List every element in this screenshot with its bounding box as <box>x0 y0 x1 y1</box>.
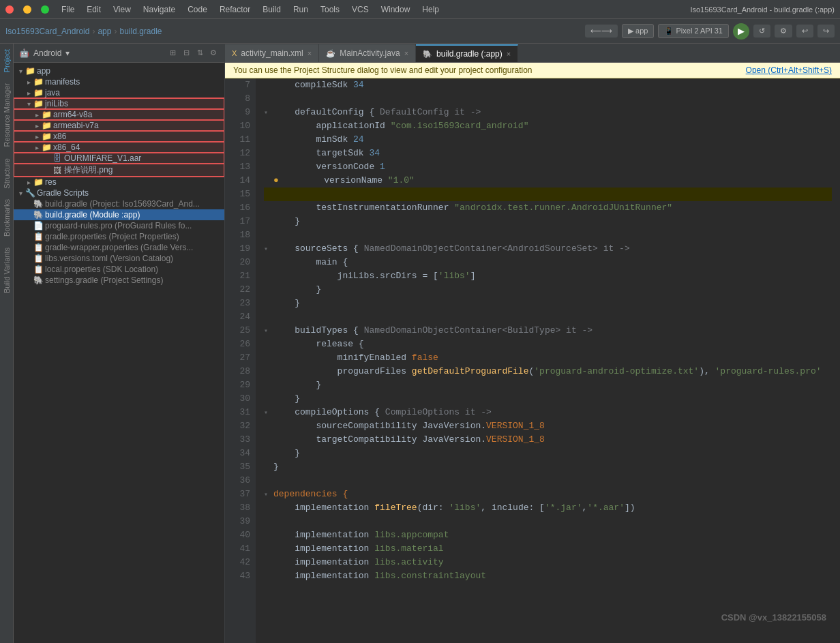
tree-item-app[interactable]: ▾ 📁 app <box>14 65 224 76</box>
fold-arrow-icon[interactable]: ▾ <box>264 324 273 338</box>
menu-view[interactable]: View <box>110 3 134 16</box>
tree-label-settings-gradle: settings.gradle (Project Settings) <box>45 275 163 285</box>
menu-navigate[interactable]: Navigate <box>140 3 178 16</box>
menu-refactor[interactable]: Refactor <box>217 3 253 16</box>
fold-arrow-icon <box>264 351 273 365</box>
fold-arrow-icon <box>264 338 273 351</box>
tree-item-gradle-scripts[interactable]: ▾ 🔧 Gradle Scripts <box>14 188 224 198</box>
fold-arrow-icon[interactable]: ▾ <box>264 488 273 501</box>
fold-arrow-icon[interactable]: ▾ <box>264 242 273 256</box>
project-header: 🤖 Android ▾ ⊞ ⊟ ⇅ ⚙ <box>14 44 224 63</box>
sort-icon[interactable]: ⇅ <box>194 48 205 59</box>
code-text: } <box>273 392 832 406</box>
tab-close-icon[interactable]: × <box>404 49 408 57</box>
open-project-structure-link[interactable]: Open (Ctrl+Alt+Shift+S) <box>746 65 832 75</box>
fold-arrow-icon <box>264 133 273 147</box>
undo-btn[interactable]: ↩ <box>796 25 813 38</box>
line-number: 22 <box>230 283 250 297</box>
app-selector[interactable]: ▶ app <box>622 24 654 38</box>
folder-icon: 📁 <box>41 110 52 119</box>
code-text: implementation libs.constraintlayout <box>273 569 832 583</box>
line-number: 7 <box>230 78 250 92</box>
tree-label-build-gradle-proj: build.gradle (Project: Iso15693Card_And.… <box>45 199 200 209</box>
menu-window[interactable]: Window <box>378 3 413 16</box>
tree-item-gradle-properties[interactable]: 📋 gradle.properties (Project Properties) <box>14 231 224 242</box>
minimize-btn[interactable] <box>23 5 31 14</box>
maximize-btn[interactable] <box>41 5 49 14</box>
tab-close-icon[interactable]: × <box>507 50 511 58</box>
line-number: 24 <box>230 310 250 324</box>
gear-icon[interactable]: ⚙ <box>208 48 219 59</box>
tree-item-settings-gradle[interactable]: 🐘 settings.gradle (Project Settings) <box>14 275 224 286</box>
line-number: 35 <box>230 460 250 474</box>
line-number: 27 <box>230 351 250 365</box>
fold-arrow-icon[interactable]: ▾ <box>264 406 273 419</box>
code-editor[interactable]: 7891011121314151617181920212223242526272… <box>225 78 840 643</box>
tab-structure[interactable]: Structure <box>1 153 13 194</box>
tree-item-x86-64[interactable]: ▸ 📁 x86_64 <box>14 142 224 153</box>
code-line: } <box>264 215 832 228</box>
menu-run[interactable]: Run <box>290 3 311 16</box>
collapse-all-icon[interactable]: ⊟ <box>181 48 192 59</box>
sync-btn[interactable]: ↺ <box>753 25 770 38</box>
tree-label-gradle-properties: gradle.properties (Project Properties) <box>45 232 179 241</box>
fold-arrow-icon[interactable]: ▾ <box>264 106 273 119</box>
fold-arrow-icon <box>264 474 273 488</box>
expand-arrow-icon: ▾ <box>25 100 33 108</box>
tree-item-x86[interactable]: ▸ 📁 x86 <box>14 131 224 142</box>
code-content[interactable]: compileSdk 34▾ defaultConfig { DefaultCo… <box>256 78 840 643</box>
tree-item-res[interactable]: ▸ 📁 res <box>14 177 224 188</box>
tree-label-res: res <box>45 177 57 187</box>
code-line: targetSdk 34 <box>264 147 832 160</box>
dropdown-arrow-icon[interactable]: ▾ <box>65 48 70 58</box>
tree-item-armeabi[interactable]: ▸ 📁 armeabi-v7a <box>14 120 224 131</box>
close-btn[interactable] <box>5 5 14 14</box>
tab-close-icon[interactable]: × <box>308 49 312 57</box>
tab-build-gradle-app[interactable]: 🐘 build.gradle (:app) × <box>416 44 518 62</box>
tab-activity-main-xml[interactable]: X activity_main.xml × <box>225 44 319 62</box>
tab-mainactivity-java[interactable]: ☕ MainActivity.java × <box>319 44 416 62</box>
info-message: You can use the Project Structure dialog… <box>233 65 532 75</box>
gradle-file-icon: 🐘 <box>33 210 44 220</box>
tree-label-java: java <box>45 88 60 98</box>
code-line: release { <box>264 338 832 351</box>
menu-tools[interactable]: Tools <box>318 3 342 16</box>
redo-btn[interactable]: ↪ <box>817 25 835 38</box>
properties-icon: 📋 <box>33 232 44 241</box>
tab-build-variants[interactable]: Build Variants <box>1 242 13 299</box>
tree-item-jnilibs[interactable]: ▾ 📁 jniLibs <box>14 98 224 109</box>
tree-item-arm64[interactable]: ▸ 📁 arm64-v8a <box>14 109 224 120</box>
tree-item-java[interactable]: ▸ 📁 java <box>14 87 224 98</box>
breadcrumb-file[interactable]: build.gradle <box>119 27 162 36</box>
tree-item-png[interactable]: 🖼 操作说明.png <box>14 164 224 177</box>
tree-item-build-gradle-app[interactable]: 🐘 build.gradle (Module :app) <box>14 209 224 220</box>
run-button[interactable]: ▶ <box>733 23 749 40</box>
tree-item-build-gradle-proj[interactable]: 🐘 build.gradle (Project: Iso15693Card_An… <box>14 198 224 209</box>
menu-edit[interactable]: Edit <box>84 3 104 16</box>
menu-help[interactable]: Help <box>419 3 442 16</box>
breadcrumb-project[interactable]: Iso15693Card_Android <box>5 27 89 36</box>
tree-item-manifests[interactable]: ▸ 📁 manifests <box>14 76 224 87</box>
menu-file[interactable]: File <box>59 3 77 16</box>
tab-resource-manager[interactable]: Resource Manager <box>1 78 13 153</box>
tree-item-libs-versions[interactable]: 📋 libs.versions.toml (Version Catalog) <box>14 253 224 264</box>
breadcrumb-app[interactable]: app <box>97 27 111 36</box>
emulator-selector[interactable]: 📱 Pixel 2 API 31 <box>658 24 729 38</box>
tab-bookmarks[interactable]: Bookmarks <box>1 194 13 242</box>
tab-label-build-gradle: build.gradle (:app) <box>436 49 502 59</box>
fold-arrow-icon <box>264 174 273 188</box>
folder-icon: 📁 <box>41 132 52 141</box>
code-text: main { <box>273 256 832 269</box>
expand-all-icon[interactable]: ⊞ <box>167 48 178 59</box>
tree-item-gradle-wrapper[interactable]: 📋 gradle-wrapper.properties (Gradle Vers… <box>14 242 224 253</box>
vcs-btn[interactable]: ⟵⟶ <box>585 25 618 38</box>
folder-icon: 📁 <box>33 88 44 98</box>
menu-vcs[interactable]: VCS <box>349 3 372 16</box>
tree-item-local-properties[interactable]: 📋 local.properties (SDK Location) <box>14 264 224 275</box>
settings-btn[interactable]: ⚙ <box>775 25 792 38</box>
tab-project[interactable]: Project <box>1 44 13 78</box>
menu-build[interactable]: Build <box>260 3 284 16</box>
tree-item-proguard[interactable]: 📄 proguard-rules.pro (ProGuard Rules fo.… <box>14 220 224 231</box>
menu-code[interactable]: Code <box>185 3 210 16</box>
tree-item-ourmifare[interactable]: 🗄 OURMIFARE_V1.aar <box>14 153 224 164</box>
